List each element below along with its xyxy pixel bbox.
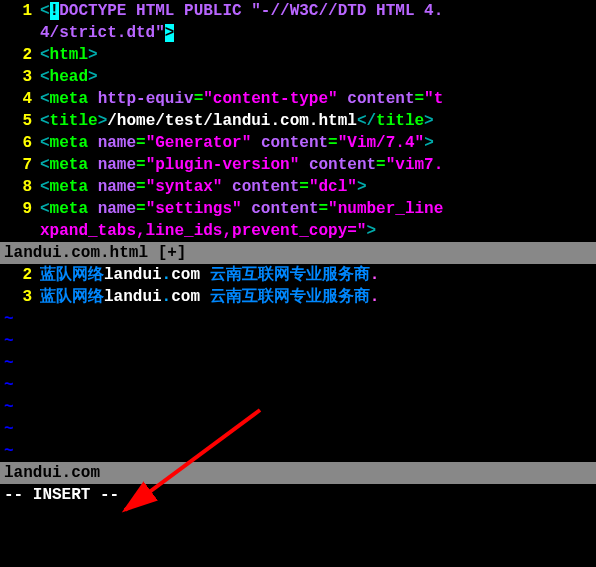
- empty-line-marker: ~: [0, 374, 596, 396]
- line-number: 3: [0, 286, 40, 308]
- line-number: 5: [0, 110, 40, 132]
- code-pane-top[interactable]: 1<!DOCTYPE HTML PUBLIC "-//W3C//DTD HTML…: [0, 0, 596, 242]
- mode-indicator: -- INSERT --: [0, 484, 596, 506]
- code-content[interactable]: <!DOCTYPE HTML PUBLIC "-//W3C//DTD HTML …: [40, 0, 596, 22]
- line-number: 2: [0, 264, 40, 286]
- line-number: 4: [0, 88, 40, 110]
- code-line[interactable]: 9<meta name="settings" content="number_l…: [0, 198, 596, 220]
- code-content[interactable]: xpand_tabs,line_ids,prevent_copy=">: [40, 220, 596, 242]
- code-line[interactable]: 2<html>: [0, 44, 596, 66]
- code-line[interactable]: 3蓝队网络landui.com 云南互联网专业服务商.: [0, 286, 596, 308]
- empty-line-marker: ~: [0, 440, 596, 462]
- empty-line-marker: ~: [0, 330, 596, 352]
- line-number: 2: [0, 44, 40, 66]
- statusbar-bottom: landui.com: [0, 462, 596, 484]
- line-number: 1: [0, 0, 40, 22]
- code-content[interactable]: <meta http-equiv="content-type" content=…: [40, 88, 596, 110]
- empty-line-marker: ~: [0, 352, 596, 374]
- code-line[interactable]: 8<meta name="syntax" content="dcl">: [0, 176, 596, 198]
- line-number: 7: [0, 154, 40, 176]
- code-line[interactable]: xpand_tabs,line_ids,prevent_copy=">: [0, 220, 596, 242]
- vim-editor[interactable]: 1<!DOCTYPE HTML PUBLIC "-//W3C//DTD HTML…: [0, 0, 596, 567]
- code-line[interactable]: 2蓝队网络landui.com 云南互联网专业服务商.: [0, 264, 596, 286]
- line-number: 6: [0, 132, 40, 154]
- code-line[interactable]: 6<meta name="Generator" content="Vim/7.4…: [0, 132, 596, 154]
- code-content[interactable]: 蓝队网络landui.com 云南互联网专业服务商.: [40, 286, 596, 308]
- empty-line-tildes: ~~~~~~~: [0, 308, 596, 462]
- code-line[interactable]: 4/strict.dtd">: [0, 22, 596, 44]
- code-content[interactable]: <html>: [40, 44, 596, 66]
- code-content[interactable]: <meta name="settings" content="number_li…: [40, 198, 596, 220]
- code-content[interactable]: <meta name="syntax" content="dcl">: [40, 176, 596, 198]
- code-content[interactable]: <meta name="plugin-version" content="vim…: [40, 154, 596, 176]
- code-line[interactable]: 7<meta name="plugin-version" content="vi…: [0, 154, 596, 176]
- line-number: [0, 220, 40, 242]
- empty-line-marker: ~: [0, 308, 596, 330]
- line-number: 9: [0, 198, 40, 220]
- code-line[interactable]: 4<meta http-equiv="content-type" content…: [0, 88, 596, 110]
- line-number: [0, 22, 40, 44]
- code-content[interactable]: 4/strict.dtd">: [40, 22, 596, 44]
- code-content[interactable]: <meta name="Generator" content="Vim/7.4"…: [40, 132, 596, 154]
- empty-line-marker: ~: [0, 396, 596, 418]
- code-line[interactable]: 1<!DOCTYPE HTML PUBLIC "-//W3C//DTD HTML…: [0, 0, 596, 22]
- line-number: 8: [0, 176, 40, 198]
- empty-line-marker: ~: [0, 418, 596, 440]
- line-number: 3: [0, 66, 40, 88]
- statusbar-top: landui.com.html [+]: [0, 242, 596, 264]
- code-pane-bottom[interactable]: 2蓝队网络landui.com 云南互联网专业服务商.3蓝队网络landui.c…: [0, 264, 596, 308]
- code-line[interactable]: 3<head>: [0, 66, 596, 88]
- code-content[interactable]: <head>: [40, 66, 596, 88]
- code-content[interactable]: 蓝队网络landui.com 云南互联网专业服务商.: [40, 264, 596, 286]
- code-line[interactable]: 5<title>/home/test/landui.com.html</titl…: [0, 110, 596, 132]
- code-content[interactable]: <title>/home/test/landui.com.html</title…: [40, 110, 596, 132]
